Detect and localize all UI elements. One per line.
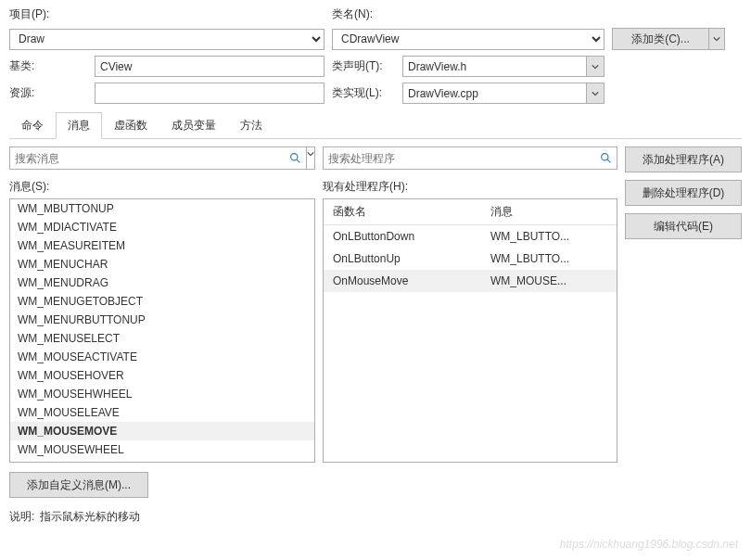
svg-line-3 (607, 159, 610, 162)
message-item[interactable]: WM_MOUSEWHEEL (10, 440, 314, 459)
add-handler-button[interactable]: 添加处理程序(A) (625, 146, 742, 172)
message-item[interactable]: WM_MENURBUTTONUP (10, 311, 314, 329)
messages-listbox[interactable]: WM_MBUTTONUPWM_MDIACTIVATEWM_MEASUREITEM… (9, 198, 315, 463)
message-item[interactable]: WM_MOUSELEAVE (10, 403, 314, 422)
handlers-table[interactable]: 函数名 消息 OnLButtonDownWM_LBUTTO...OnLButto… (323, 198, 617, 463)
search-icon[interactable] (594, 147, 617, 169)
add-class-dropdown-button[interactable] (708, 28, 725, 50)
tabs: 命令消息虚函数成员变量方法 (9, 111, 742, 139)
delete-handler-button[interactable]: 删除处理程序(D) (625, 180, 742, 206)
message-item[interactable]: WM_MENUCHAR (10, 255, 314, 274)
handler-row[interactable]: OnMouseMoveWM_MOUSE... (324, 270, 617, 292)
tab-2[interactable]: 虚函数 (102, 112, 159, 139)
handler-func: OnLButtonUp (324, 249, 481, 268)
message-item[interactable]: WM_MDIACTIVATE (10, 218, 314, 236)
chevron-down-icon (713, 35, 720, 43)
tab-1[interactable]: 消息 (56, 112, 102, 139)
message-item[interactable]: WM_MOUSEMOVE (10, 422, 314, 440)
description-label: 说明: (9, 509, 34, 525)
svg-point-2 (601, 154, 607, 160)
resource-field[interactable] (95, 83, 325, 104)
handler-msg: WM_LBUTTO... (481, 249, 617, 268)
message-item[interactable]: WM_MENUDRAG (10, 274, 314, 292)
class-name-label: 类名(N): (332, 6, 373, 22)
class-impl-label: 类实现(L): (332, 85, 395, 101)
message-item[interactable]: WM_MENUSELECT (10, 329, 314, 348)
search-handlers-input[interactable] (324, 147, 594, 169)
handler-row[interactable]: OnLButtonDownWM_LBUTTO... (324, 225, 617, 248)
handler-func: OnLButtonDown (324, 227, 481, 246)
description-text: 指示鼠标光标的移动 (40, 509, 140, 525)
search-messages-dropdown-button[interactable] (306, 147, 314, 169)
class-impl-field[interactable] (402, 83, 586, 104)
class-name-select[interactable]: CDrawView (332, 29, 605, 50)
tab-3[interactable]: 成员变量 (159, 112, 228, 139)
messages-section-label: 消息(S): (9, 179, 315, 195)
handler-row[interactable]: OnLButtonUpWM_LBUTTO... (324, 248, 617, 270)
message-item[interactable]: WM_MBUTTONUP (10, 199, 314, 218)
project-select[interactable]: Draw (9, 29, 325, 50)
base-class-field[interactable] (95, 56, 325, 77)
handler-func: OnMouseMove (324, 272, 481, 290)
tab-0[interactable]: 命令 (9, 112, 56, 139)
handler-msg: WM_MOUSE... (481, 272, 617, 290)
base-class-label: 基类: (9, 58, 87, 74)
class-decl-label: 类声明(T): (332, 58, 395, 74)
class-impl-dropdown-button[interactable] (586, 83, 605, 104)
project-label: 项目(P): (9, 6, 49, 22)
message-item[interactable]: WM_MOUSEACTIVATE (10, 348, 314, 366)
edit-code-button[interactable]: 编辑代码(E) (625, 213, 742, 239)
class-decl-field[interactable] (402, 56, 586, 77)
search-handlers-box[interactable] (323, 146, 617, 170)
resource-label: 资源: (9, 85, 87, 101)
column-message[interactable]: 消息 (481, 199, 617, 224)
watermark: https://nickhuang1996.blog.csdn.net (560, 538, 738, 551)
search-messages-input[interactable] (10, 147, 284, 169)
chevron-down-icon (307, 150, 314, 158)
message-item[interactable]: WM_MEASUREITEM (10, 236, 314, 255)
handlers-section-label: 现有处理程序(H): (323, 179, 617, 195)
handler-msg: WM_LBUTTO... (481, 227, 617, 246)
column-func-name[interactable]: 函数名 (324, 199, 481, 224)
svg-line-1 (297, 159, 299, 162)
tab-4[interactable]: 方法 (228, 112, 274, 139)
chevron-down-icon (592, 90, 599, 97)
class-decl-dropdown-button[interactable] (586, 56, 605, 77)
message-item[interactable]: WM_MENUGETOBJECT (10, 292, 314, 311)
message-item[interactable]: WM_MOUSEHOVER (10, 366, 314, 385)
search-messages-box[interactable] (9, 146, 315, 170)
message-item[interactable]: WM_MOUSEHWHEEL (10, 385, 314, 403)
search-icon[interactable] (284, 147, 306, 169)
add-class-button[interactable]: 添加类(C)... (612, 28, 708, 50)
add-custom-message-button[interactable]: 添加自定义消息(M)... (9, 472, 148, 498)
chevron-down-icon (592, 63, 599, 70)
svg-point-0 (290, 154, 297, 160)
